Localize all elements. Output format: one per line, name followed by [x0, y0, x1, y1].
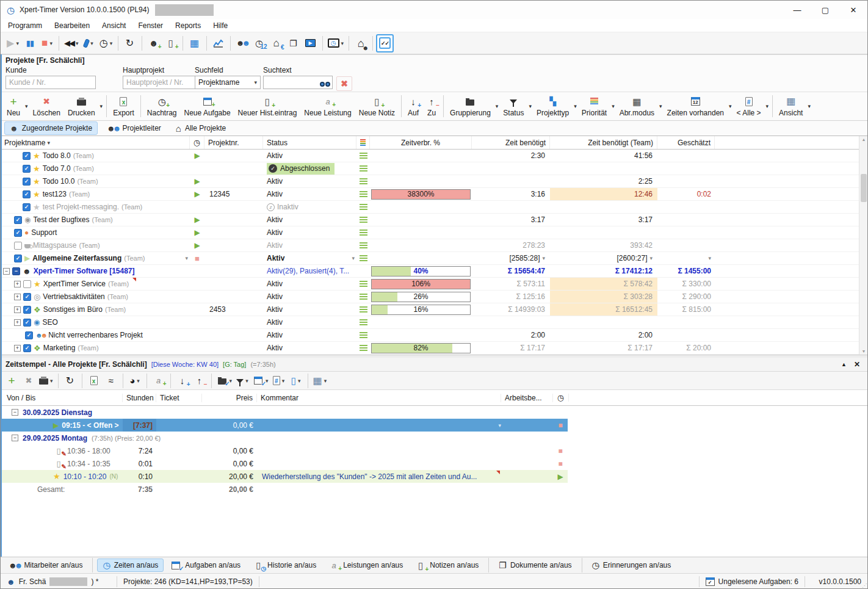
- prioritaet-button[interactable]: Priorität: [578, 92, 610, 120]
- zu-button[interactable]: ↑−Zu: [422, 92, 441, 120]
- chevron-down-icon[interactable]: ▾: [99, 92, 104, 120]
- billing-bank-button[interactable]: ⌂€: [268, 34, 285, 52]
- timer-cell[interactable]: [190, 303, 204, 316]
- column-priority[interactable]: [356, 136, 370, 149]
- nachtrag-button[interactable]: ◷+Nachtrag: [143, 92, 181, 120]
- timesheet-calendar-button[interactable]: ◷12: [251, 34, 268, 52]
- column-von-bis[interactable]: Von / Bis: [1, 394, 123, 402]
- column-status[interactable]: Status: [263, 136, 356, 149]
- status-button[interactable]: Status: [499, 92, 527, 120]
- neue-leistung-button[interactable]: a+Neue Leistung: [300, 92, 355, 120]
- priority-cell[interactable]: [356, 291, 370, 303]
- chevron-down-icon[interactable]: ▾: [245, 378, 248, 384]
- zeiten-vorhanden-button[interactable]: 12Zeiten vorhanden: [664, 92, 728, 120]
- chevron-down-icon[interactable]: ▾: [90, 40, 93, 46]
- round-times-button[interactable]: ≈: [103, 372, 120, 390]
- column-zeit-benoetigt-team[interactable]: Zeit benötigt (Team): [550, 136, 657, 149]
- timer-cell[interactable]: ▶: [190, 188, 204, 200]
- clear-search-button[interactable]: ✖: [336, 76, 352, 91]
- priority-cell[interactable]: [356, 342, 370, 354]
- copy-documents-button[interactable]: ❐: [285, 34, 302, 52]
- home-office-button[interactable]: ⌂☻: [352, 34, 369, 52]
- abr-modus-button[interactable]: ▦Abr.modus: [616, 92, 658, 120]
- expand-all-button[interactable]: ↓+: [174, 372, 191, 390]
- tree-collapse-toggle[interactable]: −: [12, 409, 18, 416]
- timer-cell[interactable]: [190, 162, 204, 175]
- print-timestamps-button[interactable]: ▾: [37, 372, 55, 390]
- toggle-notizen[interactable]: ▯+Notizen an/aus: [410, 558, 484, 573]
- add-timestamp-button[interactable]: +: [3, 372, 20, 390]
- column-zeitverbrauch[interactable]: Zeitverbr. %: [370, 136, 472, 149]
- maximize-button[interactable]: ▢: [811, 1, 839, 19]
- menu-item-2[interactable]: Ansicht: [96, 20, 132, 32]
- project-checkbox[interactable]: ✓: [14, 229, 22, 237]
- chevron-down-icon[interactable]: ▾: [324, 378, 327, 384]
- priority-cell[interactable]: [356, 214, 370, 226]
- timestamp-row[interactable]: ★10:10 - 10:20(N)0:1020,00 €Wiederherste…: [1, 470, 568, 483]
- toggle-leistungen[interactable]: a+Leistungen an/aus: [323, 558, 408, 572]
- timer-cell[interactable]: [190, 265, 204, 277]
- chevron-down-icon[interactable]: ▾: [498, 422, 501, 428]
- toggle-zeiten[interactable]: ◷Zeiten an/aus: [97, 558, 164, 572]
- tree-expand-toggle[interactable]: +: [14, 306, 21, 313]
- project-row[interactable]: ✓★Todo 7.0(Team)✓Abgeschlossen: [1, 162, 859, 175]
- column-preis[interactable]: Preis: [202, 394, 257, 402]
- tab-zugeordnete-projekte[interactable]: ☻Zugeordnete Projekte: [4, 121, 98, 135]
- project-row[interactable]: +✓◎Vertriebsaktivitäten(Team)Aktiv26%Σ 1…: [1, 291, 859, 303]
- date-group-row[interactable]: −29.09.2025 Montag(7:35h) (Preis: 20,00 …: [1, 432, 867, 444]
- tab-projektleiter[interactable]: ☻☻Projektleiter: [101, 121, 167, 135]
- resize-grip[interactable]: ⋰: [862, 584, 866, 588]
- timer-cell[interactable]: ▶: [190, 214, 204, 226]
- timer-cell[interactable]: [190, 316, 204, 328]
- delete-timestamp-button[interactable]: ✖: [20, 372, 37, 390]
- project-row[interactable]: +★XpertTimer Service(Team)Aktiv106%Σ 573…: [1, 278, 859, 291]
- clock-menu-button[interactable]: ◷▾: [98, 34, 115, 52]
- timer-cell[interactable]: ■: [190, 252, 204, 264]
- project-row[interactable]: ✓☻☻Nicht verrechenbares ProjektAktiv2:00…: [1, 329, 859, 342]
- column-projektname[interactable]: Projektname▾: [1, 136, 190, 149]
- tree-collapse-toggle[interactable]: −: [12, 435, 18, 441]
- column-projektnr[interactable]: Projektnr.: [204, 136, 263, 149]
- priority-cell[interactable]: [356, 201, 370, 213]
- menu-item-0[interactable]: Programm: [2, 20, 48, 32]
- project-row[interactable]: Mittagspause(Team)▶Aktiv278:23393:42: [1, 239, 859, 252]
- column-stunden[interactable]: Stunden: [123, 394, 156, 402]
- chevron-down-icon[interactable]: ▾: [573, 92, 578, 120]
- statistics-pie-button[interactable]: ◕▾: [126, 372, 143, 390]
- chevron-down-icon[interactable]: ▾: [341, 40, 344, 46]
- project-row[interactable]: ✓▶Allgemeine Zeiterfassung(Team)▾■Aktiv▾…: [1, 252, 859, 265]
- project-overview-button[interactable]: ▦: [186, 34, 203, 52]
- chevron-down-icon[interactable]: ▾: [76, 40, 79, 46]
- binoculars-icon[interactable]: [320, 82, 330, 87]
- scrollbar-thumb[interactable]: [861, 174, 867, 202]
- tree-expand-toggle[interactable]: +: [14, 319, 21, 326]
- collapse-all-button[interactable]: ↑−: [191, 372, 208, 390]
- project-checkbox[interactable]: ✓: [23, 306, 31, 314]
- chevron-down-icon[interactable]: ▾: [352, 255, 356, 261]
- chevron-down-icon[interactable]: ▾: [494, 92, 500, 120]
- media-video-button[interactable]: ▶: [302, 34, 319, 52]
- chevron-down-icon[interactable]: ▾: [110, 40, 113, 46]
- start-timer-button[interactable]: ▶▾: [4, 34, 21, 52]
- timer-cell[interactable]: ▶: [190, 226, 204, 239]
- scroll-down-icon[interactable]: ▼: [859, 349, 868, 353]
- neue-notiz-button[interactable]: ▯+Neue Notiz: [355, 92, 399, 120]
- chevron-down-icon[interactable]: ▾: [765, 92, 770, 120]
- tree-expand-toggle[interactable]: +: [14, 294, 21, 300]
- project-checkbox[interactable]: ✓: [23, 203, 31, 211]
- project-row[interactable]: ✓★Todo 10.0(Team)▶Aktiv2:25: [1, 175, 859, 188]
- scroll-up-icon[interactable]: ▲: [859, 137, 868, 142]
- add-service-button[interactable]: a+: [150, 372, 167, 390]
- chevron-down-icon[interactable]: ▾: [137, 378, 140, 384]
- columns-button[interactable]: ▦▾: [311, 372, 329, 390]
- column-timer[interactable]: ◷: [190, 136, 204, 149]
- tree-expand-toggle[interactable]: +: [14, 345, 21, 352]
- timestamp-row[interactable]: ▶09:15 - < Offen >[7:37]0,00 €▾■: [1, 419, 568, 432]
- alle-button[interactable]: #< Alle >: [733, 92, 765, 120]
- chevron-down-icon[interactable]: ▾: [49, 40, 52, 46]
- project-checkbox[interactable]: ✓: [23, 319, 31, 327]
- timer-cell[interactable]: ■: [553, 457, 568, 470]
- chevron-down-icon[interactable]: ▾: [708, 255, 711, 261]
- timer-button[interactable]: ↻: [62, 372, 79, 390]
- menu-item-5[interactable]: Hilfe: [207, 20, 234, 32]
